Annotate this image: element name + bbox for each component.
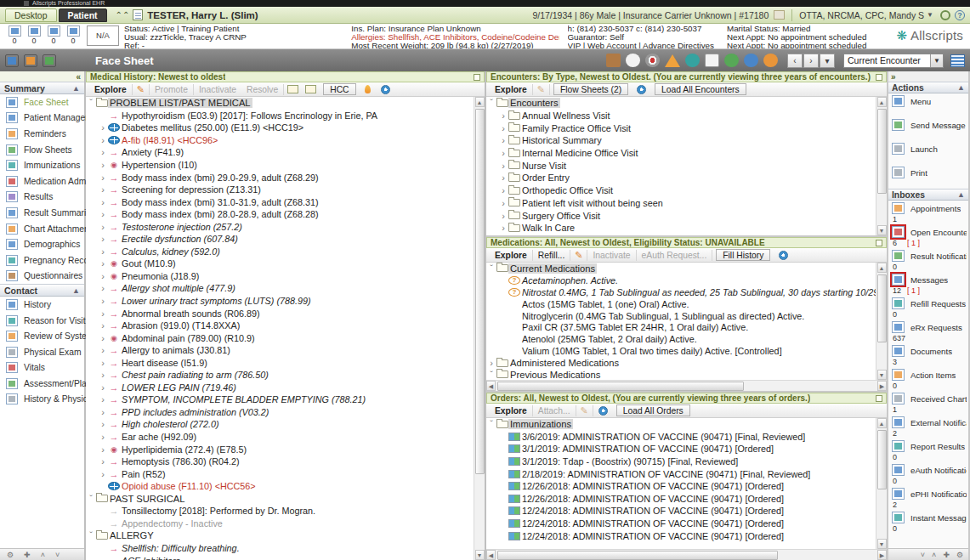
tree-row[interactable]: 12/24/2018: ADMINISTRATION OF VACCINE (9… <box>486 529 876 542</box>
user-dropdown-caret[interactable]: ▼ <box>927 11 933 19</box>
tree-row[interactable]: Nitrostat 0.4MG, 1 Tab Sublingual as nee… <box>486 286 876 298</box>
load-all-orders-button[interactable]: Load All Orders <box>616 404 690 416</box>
tree-row[interactable]: Pain (R52) <box>86 467 474 480</box>
medical-history-header[interactable]: Medical History: Newest to oldest <box>86 71 485 82</box>
encounter-selector[interactable]: Current Encounter ▼ <box>843 54 944 68</box>
tree-row[interactable]: LOWER LEG PAIN (719.46) <box>86 382 474 394</box>
vertical-scrollbar[interactable]: ▲ ▼ <box>474 97 485 560</box>
inactivate-button[interactable]: Inactivate <box>587 250 636 261</box>
tree-row[interactable]: Valium (10MG Tablet, 1 Oral two times da… <box>486 345 876 357</box>
promote-button[interactable]: Promote <box>150 84 194 95</box>
expander-icon[interactable] <box>498 110 508 121</box>
tree-row[interactable]: Gout (M10.9) <box>86 257 474 270</box>
sidebar-nav-item[interactable]: Chart Attachments <box>0 221 84 237</box>
settings-gear-icon[interactable] <box>598 406 608 416</box>
expander-icon[interactable] <box>98 456 108 467</box>
target-icon[interactable] <box>645 54 660 67</box>
inbox-item[interactable]: External Notificatio... 2 <box>888 415 968 438</box>
tree-row[interactable]: Administered Medications <box>486 357 876 369</box>
tree-row[interactable]: 12/24/2018: ADMINISTRATION OF VACCINE (9… <box>486 505 876 518</box>
tree-row[interactable]: Nurse Visit <box>486 159 876 172</box>
sidebar-nav-item[interactable]: Patient Manager <box>0 110 84 127</box>
patient-lookup-icon[interactable] <box>24 54 37 67</box>
nav-section-header[interactable]: Contact ▲ <box>0 284 84 297</box>
expander-icon[interactable] <box>98 419 108 429</box>
inbox-item[interactable]: Instant Messages 0 <box>888 510 968 534</box>
vertical-scrollbar[interactable]: ▲ ▼ <box>876 418 887 549</box>
scroll-down-arrow[interactable]: ▼ <box>877 370 887 380</box>
tree-row[interactable]: High cholesterol (272.0) <box>86 418 474 431</box>
expander-icon[interactable] <box>98 283 108 293</box>
banner-count-item[interactable]: 0 <box>64 25 82 48</box>
eauth-request-button[interactable]: eAuth Request... <box>637 250 713 261</box>
home-icon[interactable] <box>5 54 19 67</box>
scrollbar-thumb[interactable] <box>497 382 744 391</box>
explore-button[interactable]: Explore <box>490 84 533 95</box>
sidebar-nav-item[interactable]: Vitals <box>0 360 84 376</box>
tree-row[interactable]: 3/6/2019: ADMINISTRATION OF VACCINE (904… <box>486 431 876 444</box>
scrollbar-thumb[interactable] <box>877 430 887 489</box>
flow-sheets-button[interactable]: Flow Sheets (2) <box>553 83 628 95</box>
sidebar-nav-item[interactable]: Pregnancy Record <box>0 252 84 269</box>
tree-row[interactable]: PAST SURGICAL <box>86 493 474 506</box>
patient-photo-button-icon[interactable] <box>626 54 640 67</box>
inbox-item[interactable]: ePHI Notifications 2 <box>888 486 968 510</box>
inbox-item[interactable]: Messages 12 [ 1 ] <box>888 272 968 296</box>
expander-icon[interactable] <box>98 382 108 393</box>
explore-button[interactable]: Explore <box>490 405 533 416</box>
expander-icon[interactable] <box>98 358 108 368</box>
action-item[interactable]: Print <box>888 165 968 189</box>
action-item[interactable]: Menu <box>888 93 968 117</box>
expander-icon[interactable] <box>486 419 496 429</box>
expander-icon[interactable] <box>98 333 108 343</box>
scroll-up-arrow[interactable]: ▲ <box>877 418 887 428</box>
tree-row[interactable]: Internal Medicine Office Visit <box>486 147 876 160</box>
chevron-down-icon[interactable]: ˅ <box>55 551 60 559</box>
clipboard-icon[interactable] <box>606 54 621 67</box>
expander-icon[interactable] <box>98 432 108 442</box>
tree-row[interactable]: Encounters <box>486 97 876 110</box>
expander-icon[interactable] <box>98 469 108 479</box>
sidebar-nav-item[interactable]: History & Physical <box>0 392 84 408</box>
billing-globe-icon[interactable] <box>744 54 758 67</box>
expander-icon[interactable] <box>98 308 108 319</box>
scrollbar-thumb[interactable] <box>475 109 485 474</box>
note-edit-icon[interactable] <box>705 54 719 67</box>
encounter-menu-button[interactable]: ▾ <box>820 54 835 68</box>
expander-icon[interactable] <box>98 320 108 331</box>
global-health-icon[interactable] <box>685 54 700 67</box>
tree-row[interactable]: Hyperlipidemia (272.4) (E78.5) <box>86 443 474 455</box>
inbox-item[interactable]: Documents 3 <box>888 343 968 367</box>
edit-pencil-icon[interactable]: ✎ <box>570 250 587 261</box>
actions-section-header[interactable]: Actions ▲ <box>888 82 968 93</box>
add-folder-icon[interactable] <box>287 85 298 93</box>
tree-row[interactable]: Pneumonia (J18.9) <box>86 270 474 283</box>
tree-row[interactable]: 2/18/2019: ADMINISTRATION OF VACCINE (90… <box>486 467 876 480</box>
hcc-button[interactable]: HCC <box>323 83 355 95</box>
sidebar-nav-item[interactable]: Assessment/Plan <box>0 376 84 392</box>
tree-row[interactable]: Atenolol (25MG Tablet, 2 Oral daily) Act… <box>486 333 876 345</box>
expander-icon[interactable] <box>98 122 108 133</box>
expander-icon[interactable] <box>98 160 108 170</box>
sidebar-nav-item[interactable]: Results <box>0 189 84 206</box>
tree-row[interactable]: Opioid abuse (F11.10) <HCC56> <box>86 480 474 493</box>
panel-restore-icon[interactable] <box>474 74 480 81</box>
sidebar-nav-item[interactable]: Demographics <box>0 236 84 252</box>
tree-row[interactable]: 3/1/2019: Tdap - (Boostrix) (90715) [Fin… <box>486 455 876 468</box>
action-item[interactable]: Send Message <box>888 117 968 141</box>
tree-row[interactable]: Immunizations <box>486 418 876 431</box>
sidebar-nav-item[interactable]: Result Summaries <box>0 205 84 221</box>
panel-restore-icon[interactable] <box>876 395 882 402</box>
expander-icon[interactable] <box>98 197 108 207</box>
expander-icon[interactable] <box>86 98 96 108</box>
sidebar-nav-item[interactable]: Flow Sheets <box>0 142 84 158</box>
expander-icon[interactable] <box>98 135 108 145</box>
scroll-up-arrow[interactable]: ▲ <box>475 97 485 107</box>
expander-icon[interactable] <box>98 246 108 257</box>
expander-icon[interactable] <box>498 123 508 133</box>
sidebar-nav-item[interactable]: Physical Exam <box>0 344 84 360</box>
scroll-left-arrow[interactable]: ◀ <box>486 381 496 391</box>
chevron-down-icon[interactable]: ˅ <box>921 551 925 559</box>
tree-row[interactable]: Orthopedic Office Visit <box>486 184 876 197</box>
vertical-scrollbar[interactable]: ▲ ▼ <box>876 263 887 380</box>
